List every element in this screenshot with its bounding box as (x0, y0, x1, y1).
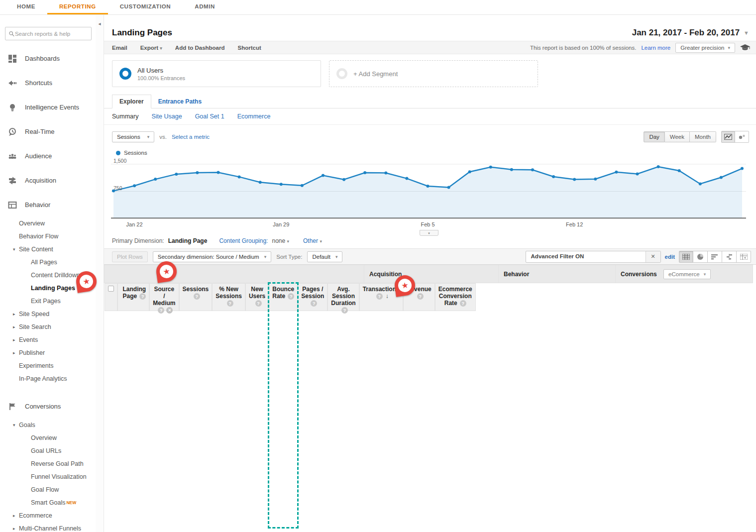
sidebar-item-behavior[interactable]: Behavior (0, 193, 96, 217)
sidebar-item-publisher[interactable]: ▸Publisher (0, 346, 96, 359)
sidebar-item-in-page-analytics[interactable]: In-Page Analytics (0, 372, 96, 385)
data-view-icon[interactable] (679, 251, 693, 263)
subtab-summary[interactable]: Summary (112, 113, 138, 120)
sidebar-item-content-drilldown[interactable]: Content Drilldown (0, 269, 96, 282)
plot-rows-button[interactable]: Plot Rows (112, 251, 148, 262)
subtab-ecommerce[interactable]: Ecommerce (237, 113, 271, 120)
help-icon[interactable]: ? (255, 300, 262, 307)
sidebar-item-exit-pages[interactable]: Exit Pages (0, 295, 96, 308)
help-icon[interactable]: ? (341, 307, 348, 314)
add-segment-button[interactable]: + Add Segment (329, 60, 538, 87)
remove-column-icon[interactable]: ✕ (166, 307, 173, 314)
sidebar-item-goals[interactable]: ▾Goals (0, 419, 96, 431)
help-icon[interactable]: ? (376, 293, 383, 300)
sidebar-item-goal-urls[interactable]: Goal URLs (0, 444, 96, 457)
granularity-week[interactable]: Week (665, 131, 690, 142)
sidebar-item-site-search[interactable]: ▸Site Search (0, 320, 96, 333)
shortcut-button[interactable]: Shortcut (238, 45, 261, 51)
help-icon[interactable]: ? (158, 307, 164, 314)
remove-filter-icon[interactable]: ✕ (646, 251, 660, 262)
graduation-cap-icon[interactable] (740, 44, 750, 51)
sidebar-item-landing-pages[interactable]: Landing Pages (0, 282, 96, 295)
sidebar-item-acquisition[interactable]: Acquisition (0, 168, 96, 193)
precision-dropdown[interactable]: Greater precision▾ (675, 43, 735, 53)
percentage-view-icon[interactable] (693, 251, 708, 263)
granularity-month[interactable]: Month (690, 131, 716, 142)
metric-dropdown[interactable]: Sessions▾ (112, 131, 154, 142)
nav-home[interactable]: HOME (5, 0, 47, 14)
sidebar-item-audience[interactable]: Audience (0, 144, 96, 168)
content-grouping-value[interactable]: none ▾ (272, 237, 289, 244)
help-icon[interactable]: ? (227, 300, 233, 307)
add-to-dashboard-button[interactable]: Add to Dashboard (175, 45, 225, 51)
col-landing-page[interactable]: Landing Page? (117, 283, 150, 311)
col-ecommerce-conversion-rate[interactable]: Ecommerce Conversion Rate? (435, 283, 476, 311)
select-all-checkbox[interactable] (108, 286, 114, 292)
sidebar-item-intelligence-events[interactable]: Intelligence Events (0, 95, 96, 119)
nav-customization[interactable]: CUSTOMIZATION (108, 0, 183, 14)
nav-admin[interactable]: ADMIN (183, 0, 227, 14)
nav-reporting[interactable]: REPORTING (47, 0, 108, 14)
search-input[interactable] (15, 31, 88, 37)
help-icon[interactable]: ? (288, 293, 294, 300)
col-new-users[interactable]: New Users? (245, 283, 269, 311)
col-source-medium[interactable]: Source / Medium?✕ (149, 283, 179, 311)
line-chart-icon[interactable] (721, 131, 735, 143)
granularity-day[interactable]: Day (644, 131, 664, 142)
pivot-view-icon[interactable] (737, 251, 751, 263)
sidebar-item-reverse-goal-path[interactable]: Reverse Goal Path (0, 457, 96, 470)
sidebar-item-dashboards[interactable]: Dashboards (0, 46, 96, 71)
col-pages-session[interactable]: Pages / Session? (298, 283, 327, 311)
sidebar-item-behavior-flow[interactable]: Behavior Flow (0, 230, 96, 243)
help-icon[interactable]: ? (194, 293, 200, 300)
sidebar-item-all-pages[interactable]: All Pages (0, 256, 96, 269)
col-new-sessions[interactable]: % New Sessions? (212, 283, 245, 311)
col-sessions[interactable]: Sessions? (179, 283, 213, 311)
sidebar-item-site-speed[interactable]: ▸Site Speed (0, 308, 96, 320)
select-metric-link[interactable]: Select a metric (172, 134, 210, 140)
help-icon[interactable]: ? (417, 293, 424, 300)
learn-more-link[interactable]: Learn more (641, 45, 670, 51)
sidebar-item-conversions[interactable]: Conversions (0, 394, 96, 419)
sidebar-item-multi-channel-funnels[interactable]: ▸Multi-Channel Funnels (0, 522, 96, 532)
sidebar-item-smart-goals[interactable]: Smart GoalsNEW (0, 496, 96, 509)
date-range-selector[interactable]: Jan 21, 2017 - Feb 20, 2017 ▼ (632, 28, 749, 38)
sidebar-item-experiments[interactable]: Experiments (0, 359, 96, 372)
edit-filter-link[interactable]: edit (665, 254, 675, 260)
export-button[interactable]: Export ▾ (140, 45, 162, 51)
sidebar-item-shortcuts[interactable]: Shortcuts (0, 71, 96, 95)
col-avg-session-duration[interactable]: Avg. Session Duration? (327, 283, 359, 311)
conversions-type-dropdown[interactable]: eCommerce▾ (663, 269, 711, 279)
subtab-site-usage[interactable]: Site Usage (151, 113, 182, 120)
col-transactions[interactable]: Transactions?↓ (359, 283, 403, 311)
tab-entrance-paths[interactable]: Entrance Paths (151, 95, 209, 108)
motion-chart-icon[interactable] (735, 131, 749, 143)
chart-expander-button[interactable]: ▾ (420, 230, 438, 236)
other-dimension-link[interactable]: Other ▾ (303, 237, 322, 244)
sort-type-dropdown[interactable]: Default▾ (307, 251, 342, 262)
comparison-view-icon[interactable] (722, 251, 737, 263)
sidebar-collapse-icon[interactable]: ◂ (96, 21, 104, 26)
col-bounce-rate[interactable]: Bounce Rate? (269, 283, 298, 311)
tab-explorer[interactable]: Explorer (112, 95, 151, 108)
email-button[interactable]: Email (112, 45, 127, 51)
sidebar-item-site-content[interactable]: ▾Site Content (0, 243, 96, 256)
sidebar-search[interactable] (5, 27, 92, 40)
sidebar-item-goal-flow[interactable]: Goal Flow (0, 483, 96, 496)
sidebar-item-ecommerce[interactable]: ▸Ecommerce (0, 509, 96, 522)
dimension-landing-page[interactable]: Landing Page (168, 237, 208, 244)
performance-view-icon[interactable] (708, 251, 722, 263)
subtab-goal-set-1[interactable]: Goal Set 1 (195, 113, 224, 120)
help-icon[interactable]: ? (139, 293, 146, 300)
content-grouping-link[interactable]: Content Grouping: (219, 237, 268, 244)
help-icon[interactable]: ? (311, 300, 317, 307)
secondary-dimension-dropdown[interactable]: Secondary dimension: Source / Medium▾ (153, 251, 271, 262)
sidebar-item-overview[interactable]: Overview (0, 431, 96, 444)
sidebar-item-funnel-visualization[interactable]: Funnel Visualization (0, 470, 96, 483)
col-revenue[interactable]: Revenue? (403, 283, 435, 311)
help-icon[interactable]: ? (460, 300, 466, 307)
sidebar-item-overview[interactable]: Overview (0, 217, 96, 230)
sidebar-item-events[interactable]: ▸Events (0, 333, 96, 346)
sidebar-item-real-time[interactable]: Real-Time (0, 119, 96, 144)
segment-all-users[interactable]: All Users 100.00% Entrances (112, 60, 321, 87)
